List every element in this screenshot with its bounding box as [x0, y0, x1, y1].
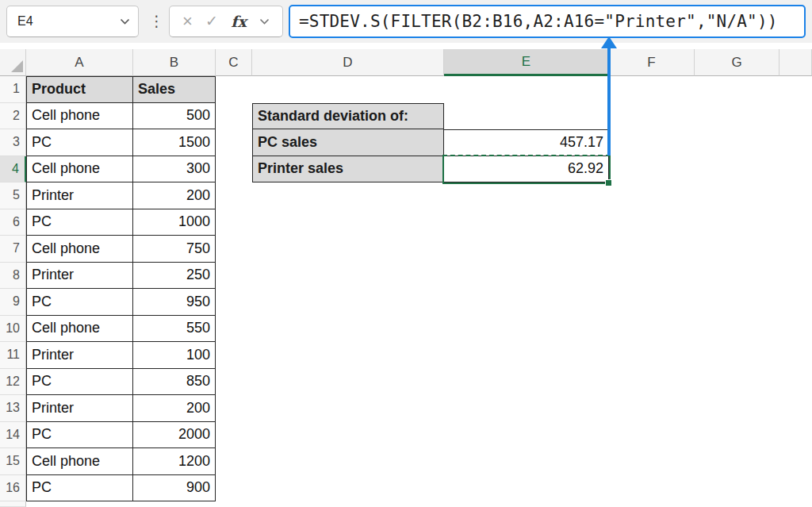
formula-bar-input[interactable]: =STDEV.S(FILTER(B2:B16,A2:A16="Printer",… [289, 5, 806, 38]
annotation-arrow-head-icon [601, 36, 617, 48]
cell-a10[interactable]: Cell phone [26, 316, 133, 343]
row-header-5[interactable]: 5 [0, 182, 26, 209]
row-header-8[interactable]: 8 [0, 263, 26, 290]
cell-e4[interactable]: 62.92 [444, 156, 609, 183]
cell-a2[interactable]: Cell phone [26, 103, 133, 130]
enter-icon[interactable]: ✓ [205, 13, 218, 29]
cell-a8[interactable]: Printer [26, 263, 133, 290]
row-header-11[interactable]: 11 [0, 342, 26, 369]
cell-b10[interactable]: 550 [133, 316, 216, 343]
name-box[interactable]: E4 [6, 6, 139, 37]
cell-b15[interactable]: 1200 [133, 448, 216, 475]
formula-toolbar: E4 ⋮ × ✓ fx =STDEV.S(FILTER(B2:B16,A2:A1… [0, 0, 812, 43]
column-header-c[interactable]: C [216, 49, 252, 76]
toolbar-separator-dots: ⋮ [149, 10, 162, 33]
cell-d4[interactable]: Printer sales [252, 156, 444, 183]
row-header-2[interactable]: 2 [0, 103, 26, 130]
row-header-1[interactable]: 1 [0, 76, 26, 103]
spreadsheet-window: E4 ⋮ × ✓ fx =STDEV.S(FILTER(B2:B16,A2:A1… [0, 0, 812, 507]
column-header-e[interactable]: E [444, 49, 609, 76]
cell-a7[interactable]: Cell phone [26, 236, 133, 263]
cell-b16[interactable]: 900 [133, 475, 216, 502]
cell-b8[interactable]: 250 [133, 263, 216, 290]
row-header-partial [0, 501, 26, 507]
cell-b4[interactable]: 300 [133, 156, 216, 183]
column-header-b[interactable]: B [133, 49, 216, 76]
select-all-corner[interactable] [0, 49, 26, 76]
cell-a9[interactable]: PC [26, 289, 133, 316]
cell-b12[interactable]: 850 [133, 369, 216, 396]
column-header-a[interactable]: A [26, 49, 133, 76]
row-header-6[interactable]: 6 [0, 209, 26, 236]
cell-b5[interactable]: 200 [133, 182, 216, 209]
row-header-4[interactable]: 4 [0, 156, 26, 183]
cell-a4[interactable]: Cell phone [26, 156, 133, 183]
column-header-d[interactable]: D [252, 49, 444, 76]
cell-a12[interactable]: PC [26, 369, 133, 396]
cell-d3[interactable]: PC sales [252, 129, 444, 156]
cell-b3[interactable]: 1500 [133, 129, 216, 156]
cell-b13[interactable]: 200 [133, 395, 216, 422]
formula-buttons-group: × ✓ fx [169, 6, 283, 37]
row-header-7[interactable]: 7 [0, 236, 26, 263]
row-header-9[interactable]: 9 [0, 289, 26, 316]
select-all-triangle-icon [11, 60, 23, 72]
column-header-f[interactable]: F [609, 49, 695, 76]
cell-a13[interactable]: Printer [26, 395, 133, 422]
cell-b14[interactable]: 2000 [133, 422, 216, 449]
cell-b11[interactable]: 100 [133, 342, 216, 369]
cell-b1[interactable]: Sales [133, 76, 216, 103]
cell-b9[interactable]: 950 [133, 289, 216, 316]
row-header-3[interactable]: 3 [0, 129, 26, 156]
cell-d2[interactable]: Standard deviation of: [252, 103, 444, 130]
name-box-value: E4 [17, 14, 120, 29]
row-header-12[interactable]: 12 [0, 369, 26, 396]
cell-a16[interactable]: PC [26, 475, 133, 502]
row-header-14[interactable]: 14 [0, 422, 26, 449]
row-header-13[interactable]: 13 [0, 395, 26, 422]
annotation-arrow-line [607, 47, 611, 156]
cell-a14[interactable]: PC [26, 422, 133, 449]
chevron-down-icon[interactable] [259, 18, 270, 25]
cancel-icon[interactable]: × [182, 13, 193, 30]
insert-function-icon[interactable]: fx [231, 13, 247, 30]
cell-a6[interactable]: PC [26, 209, 133, 236]
cell-a11[interactable]: Printer [26, 342, 133, 369]
cell-a15[interactable]: Cell phone [26, 448, 133, 475]
formula-text: =STDEV.S(FILTER(B2:B16,A2:A16="Printer",… [299, 12, 778, 31]
column-header-g[interactable]: G [695, 49, 779, 76]
cell-b7[interactable]: 750 [133, 236, 216, 263]
row-header-15[interactable]: 15 [0, 448, 26, 475]
cell-b6[interactable]: 1000 [133, 209, 216, 236]
cell-a5[interactable]: Printer [26, 182, 133, 209]
row-header-16[interactable]: 16 [0, 475, 26, 502]
cell-a3[interactable]: PC [26, 129, 133, 156]
chevron-down-icon[interactable] [120, 18, 130, 25]
column-header-filler [779, 49, 812, 76]
fill-handle[interactable] [605, 179, 612, 186]
cell-a1[interactable]: Product [26, 76, 133, 103]
row-header-10[interactable]: 10 [0, 316, 26, 343]
cell-b2[interactable]: 500 [133, 103, 216, 130]
cell-e3[interactable]: 457.17 [444, 129, 609, 156]
